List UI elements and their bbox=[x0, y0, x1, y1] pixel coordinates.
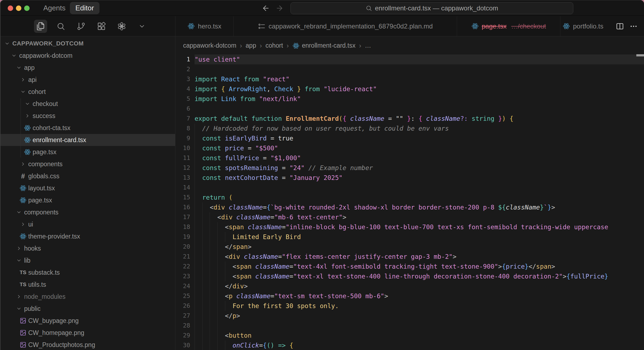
tree-item-node-modules[interactable]: node_modules bbox=[1, 291, 175, 303]
tree-item-globals-css[interactable]: #globals.css bbox=[1, 170, 175, 182]
split-pane-button[interactable] bbox=[614, 16, 626, 36]
toolbar-chevron-down-button[interactable] bbox=[135, 20, 149, 33]
code-line-7[interactable]: 7export default function EnrollmentCard(… bbox=[175, 114, 644, 124]
breadcrumb-segment-cohort[interactable]: cohort bbox=[266, 42, 283, 49]
breadcrumb-segment-app[interactable]: app bbox=[246, 42, 256, 49]
toolbar-files-button[interactable] bbox=[34, 20, 47, 33]
toolbar-search-button[interactable] bbox=[54, 20, 67, 33]
code-line-2[interactable]: 2 bbox=[175, 64, 644, 74]
code-line-18[interactable]: 18 <span className="inline-block bg-blue… bbox=[175, 222, 644, 232]
tree-item-page-tsx[interactable]: page.tsx bbox=[1, 194, 175, 206]
code-editor[interactable]: 1"use client"23import React from "react"… bbox=[175, 54, 644, 350]
token: default bbox=[221, 115, 248, 122]
code-line-27[interactable]: 27 </p> bbox=[175, 311, 644, 321]
line-number: 28 bbox=[175, 321, 195, 331]
code-line-28[interactable]: 28 bbox=[175, 321, 644, 331]
tree-item-layout-tsx[interactable]: layout.tsx bbox=[1, 182, 175, 194]
code-line-3[interactable]: 3import React from "react" bbox=[175, 74, 644, 84]
breadcrumb-segment-cappawork-dotcom[interactable]: cappawork-dotcom bbox=[183, 42, 236, 49]
token bbox=[195, 154, 202, 162]
line-number: 23 bbox=[175, 271, 195, 281]
tab-label: page.tsx bbox=[482, 22, 507, 30]
tree-item-checkout[interactable]: checkout bbox=[1, 98, 175, 110]
tab-editor[interactable]: Editor bbox=[70, 2, 99, 14]
indent-guide bbox=[210, 321, 210, 331]
tree-item-cw-buypage-png[interactable]: CW_buypage.png bbox=[1, 315, 175, 327]
breadcrumb-segment--[interactable]: … bbox=[365, 42, 371, 49]
token: = bbox=[259, 342, 263, 349]
code-line-20[interactable]: 20 </span> bbox=[175, 242, 644, 252]
tree-item-page-tsx[interactable]: page.tsx bbox=[1, 146, 175, 158]
tree-item-api[interactable]: api bbox=[1, 74, 175, 86]
tree-item-theme-provider-tsx[interactable]: theme-provider.tsx bbox=[1, 230, 175, 242]
tab-label: cappawork_rebrand_implementation_6879c0d… bbox=[269, 22, 433, 30]
code-line-13[interactable]: 13 const nextCohortDate = "January 2025" bbox=[175, 173, 644, 183]
tree-item-cohort[interactable]: cohort bbox=[1, 86, 175, 98]
code-line-11[interactable]: 11 const fullPrice = "$1,000" bbox=[175, 153, 644, 163]
code-line-14[interactable]: 14 bbox=[175, 183, 644, 193]
code-line-6[interactable]: 6 bbox=[175, 104, 644, 114]
code-line-12[interactable]: 12 const spotsRemaining = "24" // Exampl… bbox=[175, 163, 644, 173]
forward-button[interactable] bbox=[275, 4, 284, 13]
tree-item-substack-ts[interactable]: TSsubstack.ts bbox=[1, 266, 175, 279]
tree-item-components[interactable]: components bbox=[1, 206, 175, 218]
tab-label-path: …/checkout bbox=[511, 22, 546, 30]
token: React bbox=[221, 76, 240, 83]
code-line-22[interactable]: 22 <span className="text-4xl font-semibo… bbox=[175, 262, 644, 271]
code-line-26[interactable]: 26 For the first 30 spots only. bbox=[175, 301, 644, 311]
code-line-8[interactable]: 8 // Hardcoded for now based on user req… bbox=[175, 124, 644, 133]
tree-item-ui[interactable]: ui bbox=[1, 218, 175, 230]
code-line-16[interactable]: 16 <div className={`bg-white rounded-2xl… bbox=[175, 202, 644, 212]
code-line-1[interactable]: 1"use client" bbox=[175, 54, 644, 64]
close-button[interactable] bbox=[8, 5, 13, 11]
tree-item-cohort-cta-tsx[interactable]: cohort-cta.tsx bbox=[1, 122, 175, 134]
tree-item-enrollment-card-tsx[interactable]: enrollment-card.tsx bbox=[1, 134, 175, 146]
code-line-4[interactable]: 4import { ArrowRight, Check } from "luci… bbox=[175, 84, 644, 94]
tree-item-success[interactable]: success bbox=[1, 110, 175, 122]
editor-tab-hero-tsx[interactable]: hero.tsx bbox=[175, 16, 234, 36]
code-line-23[interactable]: 23 <span className="text-xl text-stone-4… bbox=[175, 271, 644, 281]
back-button[interactable] bbox=[261, 4, 270, 13]
code-line-17[interactable]: 17 <div className="mb-6 text-center"> bbox=[175, 212, 644, 222]
tree-item-label: substack.ts bbox=[28, 269, 60, 276]
indent-guide bbox=[217, 262, 218, 271]
code-line-5[interactable]: 5import Link from "next/link" bbox=[175, 94, 644, 104]
command-search-bar[interactable]: enrollment-card.tsx — cappawork_dotcom bbox=[290, 2, 573, 14]
tree-item-app[interactable]: app bbox=[1, 62, 175, 74]
code-line-21[interactable]: 21 <div className="flex items-center jus… bbox=[175, 252, 644, 262]
tree-item-utils-ts[interactable]: TSutils.ts bbox=[1, 279, 175, 291]
tree-item-components[interactable]: components bbox=[1, 158, 175, 170]
tree-item-cw-productphotos-png[interactable]: CW_Productphotos.png bbox=[1, 339, 175, 350]
editor-tab-page-tsx[interactable]: page.tsx…/checkout bbox=[457, 16, 560, 36]
code-line-29[interactable]: 29 <button bbox=[175, 331, 644, 340]
code-line-9[interactable]: 9 const isEarlyBird = true bbox=[175, 133, 644, 143]
token: import bbox=[195, 85, 217, 93]
toolbar-git-branch-button[interactable] bbox=[75, 20, 88, 33]
tree-item-label: app bbox=[24, 64, 35, 71]
tree-item-cappawork-dotcom[interactable]: CAPPAWORK_DOTCOM bbox=[1, 38, 175, 50]
toolbar-openai-button[interactable] bbox=[115, 20, 128, 33]
tree-item-lib[interactable]: lib bbox=[1, 254, 175, 266]
tree-item-cw-homepage-png[interactable]: CW_homepage.png bbox=[1, 327, 175, 339]
tree-item-public[interactable]: public bbox=[1, 303, 175, 315]
code-line-24[interactable]: 24 </div> bbox=[175, 281, 644, 291]
toolbar-extensions-button[interactable] bbox=[95, 20, 108, 33]
code-line-25[interactable]: 25 <p className="text-sm text-stone-500 … bbox=[175, 291, 644, 301]
tab-agents[interactable]: Agents bbox=[43, 4, 65, 12]
minimize-button[interactable] bbox=[16, 5, 21, 11]
more-options-button[interactable] bbox=[628, 16, 640, 36]
code-line-30[interactable]: 30 onClick={() => { bbox=[175, 340, 644, 350]
code-line-15[interactable]: 15 return ( bbox=[175, 193, 644, 202]
indent-guide bbox=[217, 311, 218, 321]
token bbox=[255, 95, 259, 102]
tree-item-cappawork-dotcom[interactable]: cappawork-dotcom bbox=[1, 50, 175, 62]
indent-guide bbox=[217, 232, 218, 242]
token: < bbox=[210, 204, 213, 211]
editor-tab-cappawork-rebrand-implementation-6879c0d2-plan-md[interactable]: cappawork_rebrand_implementation_6879c0d… bbox=[234, 16, 457, 36]
tree-item-hooks[interactable]: hooks bbox=[1, 242, 175, 254]
code-line-19[interactable]: 19 Limited Early Bird bbox=[175, 232, 644, 242]
scrollbar-thumb[interactable] bbox=[636, 54, 644, 56]
zoom-button[interactable] bbox=[24, 5, 30, 11]
code-line-10[interactable]: 10 const price = "$500" bbox=[175, 143, 644, 153]
breadcrumb-segment-enrollment-card-tsx[interactable]: enrollment-card.tsx bbox=[292, 42, 356, 49]
